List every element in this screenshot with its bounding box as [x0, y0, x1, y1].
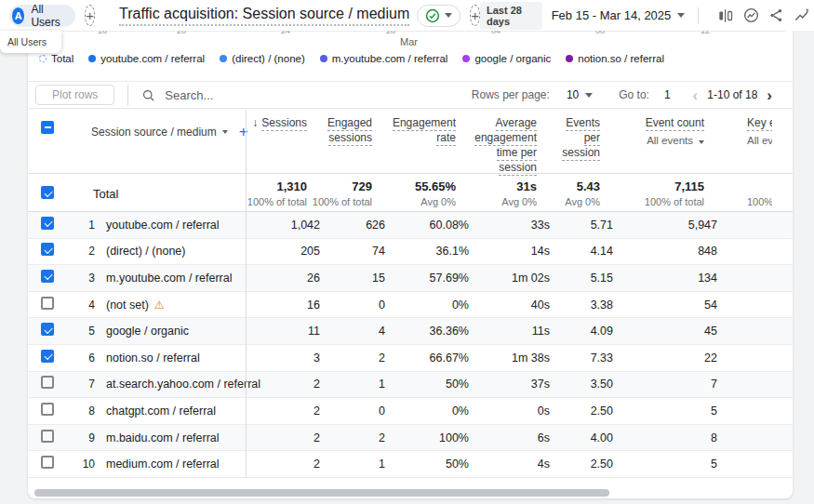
- table-row[interactable]: 2(direct) / (none)2057436.1%14s4.14848: [28, 239, 793, 266]
- legend-item[interactable]: notion.so / referral: [566, 53, 664, 64]
- horizontal-scrollbar[interactable]: [34, 489, 609, 497]
- analytics-intelligence-button[interactable]: [793, 5, 813, 27]
- edit-comparisons-button[interactable]: [715, 5, 736, 27]
- row-checkbox[interactable]: [41, 270, 54, 283]
- row-checkbox[interactable]: [41, 297, 54, 310]
- share-button[interactable]: [767, 5, 787, 27]
- metric-cell: 37s: [469, 378, 550, 391]
- legend-item[interactable]: google / organic: [462, 53, 551, 64]
- plus-icon: +: [86, 8, 94, 22]
- total-row-checkbox[interactable]: [41, 186, 54, 199]
- row-index: 3: [67, 272, 95, 285]
- legend-dot-icon: [566, 55, 573, 62]
- table-row[interactable]: 7at.search.yahoo.com / referral2150%37s3…: [28, 372, 793, 399]
- search-input[interactable]: [163, 87, 334, 103]
- column-header[interactable]: Averageengagementtime persession: [456, 110, 537, 176]
- sort-arrow-icon: ↓: [252, 116, 258, 129]
- axis-tick-label: 04: [491, 31, 500, 35]
- metric-cell: 848: [613, 245, 717, 258]
- row-source-label: notion.so / referral: [106, 351, 200, 365]
- axis-tick-label: 12: [701, 31, 710, 35]
- table-row[interactable]: 3m.youtube.com / referral261557.69%1m 02…: [28, 265, 793, 292]
- metric-cell: 3.38: [550, 298, 613, 312]
- row-checkbox[interactable]: [41, 376, 54, 389]
- metric-cell: 36.36%: [385, 325, 469, 338]
- table-total-row: Total 1,310100% of total729100% of total…: [28, 174, 793, 212]
- dimension-header-cell: Session source / medium +: [28, 110, 246, 173]
- row-checkbox[interactable]: [41, 456, 54, 469]
- metric-cell: 50%: [385, 458, 469, 471]
- header-actions: Last 28 days Feb 15 - Mar 14, 2025: [480, 2, 814, 30]
- report-card: 16202428040812 Feb Mar Totalyoutube.com …: [28, 31, 793, 498]
- table-row[interactable]: 8chatgpt.com / referral200%0s2.505: [28, 398, 793, 425]
- metric-cell: 66.67%: [385, 351, 469, 365]
- goto-page-input[interactable]: 1: [664, 88, 671, 101]
- row-checkbox[interactable]: [41, 430, 54, 443]
- table-row[interactable]: 9m.baidu.com / referral22100%6s4.008: [28, 425, 793, 452]
- axis-tick-label: 08: [595, 31, 605, 35]
- row-source-label: medium.com / referral: [106, 458, 220, 471]
- row-index: 5: [67, 325, 95, 338]
- rows-per-page-select[interactable]: 10: [567, 88, 579, 101]
- page-range-label: 1-10 of 18: [707, 88, 757, 101]
- chevron-down-icon[interactable]: [677, 13, 685, 18]
- table-row[interactable]: 6notion.so / referral3266.67%1m 38s7.332…: [28, 345, 793, 372]
- row-checkbox[interactable]: [41, 350, 54, 363]
- metric-cell: 4.14: [550, 245, 613, 258]
- legend-item-label: Total: [51, 53, 73, 64]
- metric-cell: 205: [259, 245, 320, 258]
- metric-cell: 100%: [385, 431, 469, 444]
- metric-cell: 3: [259, 351, 320, 365]
- axis-tick-label: 24: [281, 31, 290, 35]
- total-metric-cell: 100% of total: [704, 179, 772, 207]
- row-checkbox[interactable]: [41, 217, 54, 230]
- add-report-item-button[interactable]: +: [470, 5, 480, 26]
- column-header[interactable]: Key eventsAll events: [704, 110, 772, 176]
- legend-item[interactable]: m.youtube.com / referral: [320, 53, 448, 64]
- legend-item-label: notion.so / referral: [578, 53, 664, 64]
- column-header[interactable]: Event countAll events: [600, 110, 704, 176]
- legend-item[interactable]: youtube.com / referral: [88, 53, 205, 64]
- audience-chip[interactable]: A All Users: [9, 5, 75, 27]
- row-checkbox[interactable]: [41, 323, 54, 336]
- plot-rows-button[interactable]: Plot rows: [35, 85, 114, 105]
- legend-item[interactable]: (direct) / (none): [220, 53, 305, 64]
- row-source-label: youtube.com / referral: [106, 219, 220, 232]
- table-row[interactable]: 4(not set)⚠1600%40s3.3854: [28, 292, 793, 319]
- column-header[interactable]: ↓Sessions: [246, 110, 307, 176]
- dimension-selector[interactable]: Session source / medium +: [91, 124, 248, 139]
- total-metrics: 1,310100% of total729100% of total55.65%…: [246, 179, 772, 207]
- column-header[interactable]: Eventspersession: [537, 110, 600, 176]
- add-comparison-button[interactable]: +: [85, 5, 95, 26]
- legend-item-label: m.youtube.com / referral: [332, 53, 448, 64]
- legend-item[interactable]: Total: [39, 53, 73, 64]
- metric-cell: 1: [320, 378, 385, 391]
- toolbar-divider: [127, 85, 128, 105]
- metric-cell: 40s: [469, 298, 550, 312]
- row-index: 7: [67, 378, 95, 391]
- column-header[interactable]: Engagementrate: [372, 110, 456, 176]
- metric-cell: 36.1%: [385, 245, 469, 258]
- chevron-down-icon[interactable]: [585, 93, 593, 98]
- metric-cell: 54: [613, 298, 717, 312]
- date-range-selector[interactable]: Feb 15 - Mar 14, 2025: [552, 8, 672, 22]
- metric-cell: 2: [259, 458, 320, 471]
- table-row[interactable]: 10medium.com / referral2150%4s2.505: [28, 451, 793, 478]
- row-source-label: (direct) / (none): [106, 245, 185, 258]
- next-page-button[interactable]: ›: [767, 87, 772, 103]
- rows-per-page-label: Rows per page:: [472, 88, 550, 101]
- table-row[interactable]: 1youtube.com / referral1,04262660.08%33s…: [28, 212, 793, 239]
- insights-button[interactable]: [741, 5, 762, 27]
- row-checkbox[interactable]: [41, 243, 54, 256]
- metric-cell: 26: [259, 272, 320, 285]
- select-all-checkbox[interactable]: [41, 121, 54, 134]
- metric-cell: 0%: [385, 405, 469, 418]
- column-divider: [246, 110, 247, 478]
- data-quality-button[interactable]: [417, 5, 460, 27]
- table-row[interactable]: 5google / organic11436.36%11s4.0945: [28, 318, 793, 345]
- row-checkbox[interactable]: [41, 403, 54, 416]
- page-title: Traffic acquisition: Session source / me…: [119, 6, 409, 26]
- prev-page-button[interactable]: ‹: [693, 87, 699, 103]
- chevron-down-icon: [222, 130, 228, 134]
- column-header[interactable]: Engagedsessions: [307, 110, 372, 176]
